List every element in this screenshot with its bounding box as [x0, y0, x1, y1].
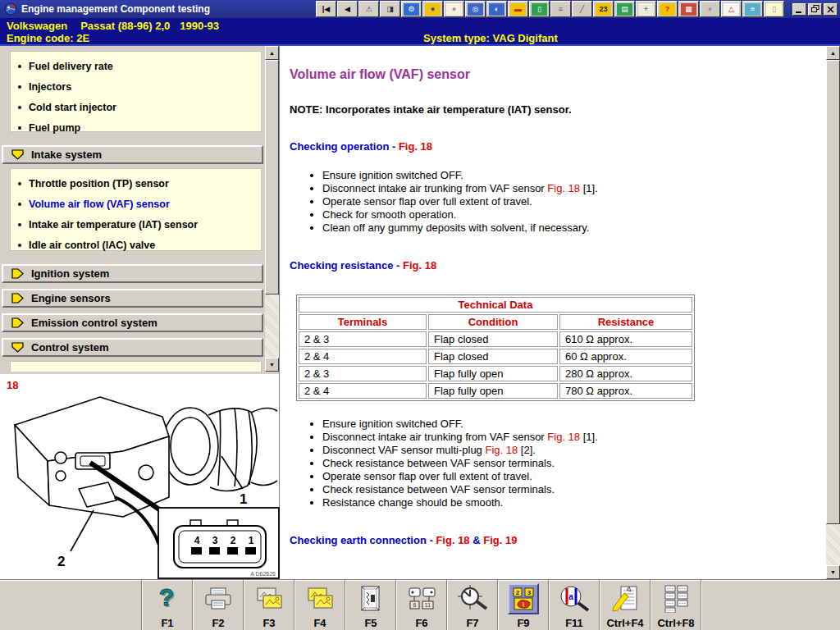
dictionary-icon: a: [559, 580, 590, 617]
function-key-label: F3: [262, 617, 275, 629]
wheels-tyres-button[interactable]: ◎: [465, 1, 486, 17]
list-item: Disconnect intake air trunking from VAF …: [322, 182, 818, 195]
list-item-text: Check resistance between VAF sensor term…: [322, 483, 555, 495]
sidebar-item[interactable]: Injectors: [11, 76, 261, 97]
gauges-button[interactable]: ◐: [486, 1, 507, 17]
sidebar-item[interactable]: Idle air control (IAC) valve: [11, 235, 261, 255]
forms-button[interactable]: Ctrl+F8: [651, 580, 701, 630]
function-key-label: Ctrl+F4: [606, 617, 643, 629]
component-testing-button[interactable]: 23F9: [499, 580, 548, 630]
sidebar-item[interactable]: Volume air flow (VAF) sensor: [11, 194, 261, 214]
pictures-highlight-button[interactable]: F4: [295, 580, 345, 630]
go-back-button[interactable]: ◀: [337, 1, 358, 17]
notes-button[interactable]: Ctrl+F4: [600, 580, 650, 630]
section-header-intake-system[interactable]: Intake system: [2, 145, 263, 164]
chevron-right-icon: [11, 293, 24, 304]
figure-reference-link[interactable]: Fig. 19: [483, 534, 517, 546]
sidebar-item[interactable]: Engine control relay: [11, 366, 261, 372]
warning-systems-button[interactable]: △: [721, 1, 742, 17]
column-header: Terminals: [299, 314, 427, 330]
bulbs-button[interactable]: ●: [700, 1, 720, 17]
tools-icon: ╱: [574, 3, 590, 16]
content-scroll-up-button[interactable]: ▲: [826, 46, 840, 60]
chevron-down-icon: [11, 149, 24, 160]
bullet-icon: [18, 126, 21, 130]
sidebar-item-label: Intake air temperature (IAT) sensor: [29, 219, 198, 231]
table-cell: 280 Ω approx.: [559, 366, 692, 381]
section-header-engine-sensors[interactable]: Engine sensors: [2, 289, 263, 308]
figure-reference-link[interactable]: Fig. 18: [403, 259, 436, 272]
pictures-button[interactable]: F3: [244, 580, 294, 630]
list-item-text: Operate sensor flap over full extent of …: [322, 470, 532, 482]
sidebar-item[interactable]: Cold start injector: [11, 97, 261, 117]
parts-button[interactable]: ≡: [550, 1, 571, 17]
table-cell: Flap closed: [428, 331, 558, 347]
technical-data-button[interactable]: ⚙: [401, 1, 422, 17]
troubleshooter-button[interactable]: ?: [657, 1, 678, 17]
engine-management-button[interactable]: ≈: [742, 1, 763, 17]
warning-systems-icon: △: [724, 3, 739, 16]
service-schedules-button[interactable]: ●: [422, 1, 443, 17]
sidebar-item[interactable]: Fuel delivery rate: [11, 56, 261, 76]
bulbs-icon: ●: [702, 3, 718, 16]
table-cell: 2 & 3: [299, 331, 427, 347]
engine-button[interactable]: ▦: [678, 1, 699, 17]
component-testing-button[interactable]: 23: [593, 1, 614, 17]
table-cell: Flap closed: [428, 349, 558, 364]
restore-button[interactable]: [808, 3, 822, 16]
vehicle-line: VolkswagenPassat (88-96) 2,01990-93: [7, 20, 219, 32]
figure-reference-link[interactable]: Fig. 18: [547, 182, 580, 194]
minimize-icon: [796, 6, 803, 13]
section-heading: Checking earth connection - Fig. 18 & Fi…: [290, 534, 818, 546]
warning-button[interactable]: ⚠: [358, 1, 379, 17]
vehicle-info-band: VolkswagenPassat (88-96) 2,01990-93 Engi…: [0, 18, 840, 46]
sidebar-item[interactable]: Fuel pump: [11, 117, 261, 138]
minimize-button[interactable]: [792, 3, 806, 16]
figure-reference-link[interactable]: Fig. 18: [547, 431, 580, 443]
switches-button[interactable]: ▯: [764, 1, 784, 17]
printouts-button[interactable]: ▤: [614, 1, 635, 17]
adjustments-button[interactable]: ●: [444, 1, 464, 17]
print-button[interactable]: F2: [194, 580, 243, 630]
help-button[interactable]: ??F1: [143, 580, 192, 630]
switches-icon: ▯: [766, 3, 782, 16]
component-button[interactable]: F5: [346, 580, 395, 630]
table-cell: 2 & 4: [299, 349, 427, 364]
scrollbar-thumb[interactable]: [265, 60, 279, 294]
figure-reference-link[interactable]: Fig. 18: [485, 444, 518, 456]
section-label: Engine sensors: [31, 292, 111, 304]
sidebar-item[interactable]: Throttle position (TP) sensor: [11, 173, 261, 194]
go-first-button[interactable]: |◀: [316, 1, 336, 17]
section-header-ignition-system[interactable]: Ignition system: [2, 264, 263, 283]
figure-reference-link[interactable]: Fig. 18: [436, 534, 469, 546]
sidebar-scrollbar[interactable]: ▲ ▼: [265, 46, 279, 372]
scroll-up-button[interactable]: ▲: [265, 46, 279, 60]
repair-times-button[interactable]: ▬: [508, 1, 528, 17]
figure-reference-link[interactable]: Fig. 18: [399, 140, 432, 153]
content-scrollbar-thumb[interactable]: [826, 60, 840, 524]
locate-button[interactable]: F7: [448, 580, 497, 630]
sidebar-item-label: Idle air control (IAC) valve: [29, 240, 155, 251]
content-scroll-down-button[interactable]: ▼: [826, 565, 840, 579]
close-button[interactable]: [824, 3, 838, 16]
list-item-text: Resistance change should be smooth.: [322, 496, 503, 509]
function-key-label: F6: [415, 617, 427, 629]
connector-pins-button[interactable]: 611F6: [397, 580, 446, 630]
bullet-icon: [18, 244, 21, 247]
adjustments-icon: ●: [446, 3, 462, 16]
exit-button[interactable]: ◨: [380, 1, 400, 17]
section-header-emission-control-system[interactable]: Emission control system: [2, 313, 263, 332]
table-cell: Flap fully open: [428, 366, 558, 381]
workshop-button[interactable]: ▯: [529, 1, 550, 17]
component-nav: Fuel delivery rateInjectorsCold start in…: [0, 46, 279, 372]
bullet-icon: [18, 65, 21, 68]
scroll-down-button[interactable]: ▼: [265, 358, 279, 372]
technical-data-icon: ⚙: [404, 3, 419, 16]
content-scrollbar[interactable]: ▲ ▼: [826, 46, 840, 579]
section-header-control-system[interactable]: Control system: [2, 338, 263, 357]
dictionary-button[interactable]: aF11: [550, 580, 599, 630]
tools-button[interactable]: ╱: [572, 1, 592, 17]
list-item-text: Disconnect intake air trunking from VAF …: [322, 431, 547, 443]
maintenance-button[interactable]: +: [636, 1, 656, 17]
sidebar-item[interactable]: Intake air temperature (IAT) sensor: [11, 214, 261, 235]
